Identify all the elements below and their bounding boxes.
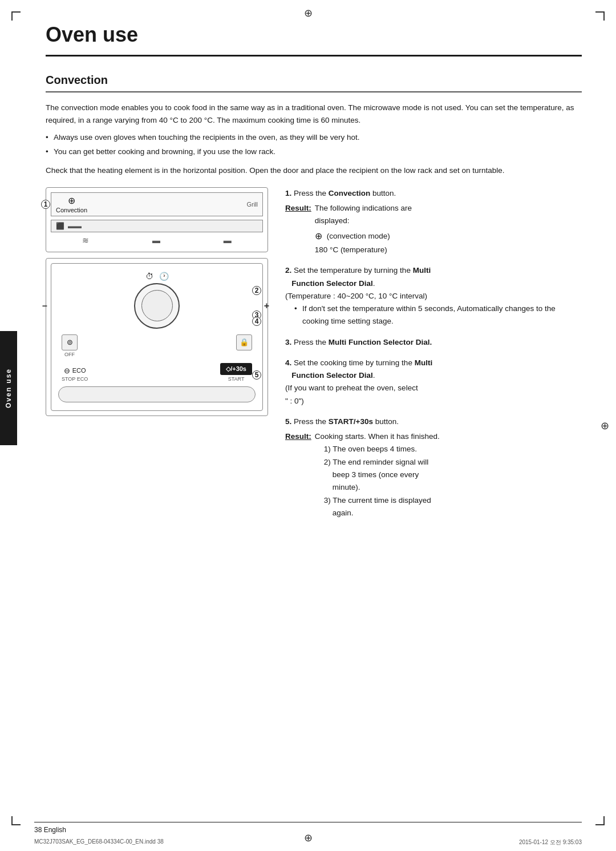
- mfsd-bold-3: Multi Function Selector Dial.: [329, 338, 432, 346]
- start-label: START: [228, 376, 245, 382]
- convection-display: ⊕ Convection: [56, 195, 87, 213]
- reg-mark-top: ⊕: [304, 7, 313, 19]
- preheat-text-2: " : 0"): [285, 397, 304, 405]
- corner-mark-bl: [11, 816, 21, 825]
- intro-paragraph: The convection mode enables you to cook …: [46, 102, 582, 127]
- side-tab: Oven use: [0, 331, 17, 445]
- result-5-label: Result:: [285, 430, 311, 519]
- page-content: Oven use Convection The convection mode …: [34, 23, 582, 527]
- section-heading: Convection: [46, 74, 582, 89]
- icon-2: ▬: [152, 236, 160, 245]
- numbered-item-2: 2) The end reminder signal will beep 3 t…: [324, 456, 440, 494]
- convection-mode-icon: ⊕: [315, 229, 322, 244]
- numbered-item-3: 3) The current time is displayed again.: [324, 494, 440, 520]
- corner-mark-tl: [11, 11, 21, 21]
- bullet-1: Always use oven gloves when touching the…: [46, 131, 582, 144]
- grill-label: Grill: [246, 201, 258, 208]
- dial-plus-icon: +: [264, 301, 269, 311]
- diagram-column: 1 ⊕ Convection Grill ⬛ ▬▬ ≋ ▬ ▬: [46, 187, 268, 527]
- stop-eco-group: ⊖ ECO STOP ECO: [62, 366, 88, 382]
- bottom-icons: ≋ ▬ ▬: [51, 236, 263, 245]
- corner-mark-br: [595, 816, 605, 825]
- start-button[interactable]: ◇/+30s: [220, 363, 252, 375]
- check-text: Check that the heating element is in the…: [46, 164, 582, 177]
- step-4-num: 4.: [285, 358, 291, 367]
- instruction-step-5: 5. Press the START/+30s button. Result: …: [285, 416, 582, 519]
- eco-icon: ECO: [72, 367, 86, 374]
- two-column-layout: 1 ⊕ Convection Grill ⬛ ▬▬ ≋ ▬ ▬: [46, 187, 582, 527]
- control-panel: ⏱ 🕐 – + 2 3 4: [51, 263, 263, 411]
- result-1: Result: The following indications aredis…: [285, 202, 582, 256]
- result-5-content: Cooking starts. When it has finished. 1)…: [315, 430, 440, 519]
- control-panel-outer: ⏱ 🕐 – + 2 3 4: [46, 258, 268, 416]
- icon-3: ▬: [224, 236, 232, 245]
- preheat-text-1: (If you want to preheat the oven, select: [285, 384, 418, 392]
- numbered-item-1: 1) The oven beeps 4 times.: [324, 443, 440, 455]
- side-buttons-row: ⊚ OFF 🔒: [58, 334, 256, 357]
- time-icon: ⬛: [56, 222, 64, 230]
- multi-function-dial[interactable]: [134, 283, 180, 329]
- page-title: Oven use: [46, 23, 582, 50]
- lock-icon: 🔒: [240, 338, 249, 346]
- dial-top-icons: ⏱ 🕐: [58, 272, 256, 281]
- instruction-step-2: 2. Set the temperature by turning the Mu…: [285, 264, 582, 328]
- step-2-num: 2.: [285, 266, 291, 275]
- section-divider: [46, 91, 582, 92]
- left-button-group: ⊚ OFF: [62, 334, 78, 357]
- footer: 38 English: [34, 822, 582, 834]
- power-button[interactable]: ⊚: [62, 334, 78, 350]
- mfsd-bold-4: Multi Function Selector Dial: [285, 358, 432, 380]
- grill-icon-row: ▬▬: [68, 222, 82, 230]
- footer-metadata: MC32J703SAK_EG_DE68-04334C-00_EN.indd 38…: [34, 838, 582, 846]
- stop-eco-label: STOP ECO: [62, 376, 88, 382]
- step-3-num: 3.: [285, 338, 291, 346]
- convection-label: Convection: [56, 207, 87, 213]
- instructions-column: 1. Press the Convection button. Result: …: [285, 187, 582, 527]
- lock-button[interactable]: 🔒: [236, 334, 252, 350]
- bullet-2: You can get better cooking and browning,…: [46, 146, 582, 158]
- step-badge-1: 1: [41, 200, 50, 209]
- mfsd-bold-2: Multi Function Selector Dial: [285, 266, 431, 287]
- step-5-num: 5.: [285, 417, 291, 426]
- footer-content: 38 English: [34, 826, 582, 834]
- result-1-text: The following indications aredisplayed: …: [315, 202, 412, 256]
- dial-minus-icon: –: [42, 301, 47, 311]
- convection-bold: Convection: [329, 189, 371, 197]
- step-2-bullet: If don't set the temperature within 5 se…: [294, 303, 582, 328]
- start-button-group: ◇/+30s START: [220, 363, 252, 382]
- display-panel-outer: 1 ⊕ Convection Grill ⬛ ▬▬ ≋ ▬ ▬: [46, 187, 268, 252]
- side-tab-label: Oven use: [5, 368, 13, 408]
- step-badge-5: 5: [252, 370, 261, 380]
- result-5: Result: Cooking starts. When it has fini…: [285, 430, 582, 519]
- step-badge-4: 4: [252, 317, 261, 326]
- result-5-text: Cooking starts. When it has finished.: [315, 432, 440, 441]
- off-label: OFF: [64, 352, 75, 357]
- temp-range-text: (Temperature : 40~200 °C, 10 °C interval…: [285, 292, 427, 300]
- bottom-bar-button[interactable]: [58, 386, 256, 402]
- clock-icon: 🕐: [159, 272, 169, 281]
- time-display: ⬛ ▬▬: [51, 220, 263, 232]
- temp-text: 180 °C (temperature): [315, 245, 387, 254]
- start-bold: START/+30s: [329, 417, 373, 426]
- dial-area: – + 2 3 4: [58, 283, 256, 329]
- stop-icon: ⊖: [64, 366, 70, 375]
- icon-1: ≋: [82, 236, 89, 245]
- right-button-group: 🔒: [236, 334, 252, 357]
- result-1-label: Result:: [285, 202, 311, 256]
- footer-date: 2015-01-12 오전 9:35:03: [519, 838, 582, 846]
- power-icon: ⊚: [67, 338, 73, 346]
- timer-icon: ⏱: [145, 272, 153, 281]
- stop-icons: ⊖ ECO: [64, 366, 86, 375]
- instruction-step-1: 1. Press the Convection button. Result: …: [285, 187, 582, 256]
- reg-mark-right: ⊕: [601, 420, 609, 432]
- numbered-list: 1) The oven beeps 4 times. 2) The end re…: [324, 443, 440, 519]
- title-divider: [46, 55, 582, 57]
- bottom-buttons-row: ⊖ ECO STOP ECO ◇/+30s START 5: [58, 363, 256, 382]
- instruction-step-4: 4. Set the cooking time by turning the M…: [285, 357, 582, 408]
- convection-icon: ⊕: [68, 195, 75, 206]
- footer-page-num: 38 English: [34, 826, 66, 834]
- footer-line: [34, 822, 582, 823]
- step-1-num: 1.: [285, 189, 291, 197]
- step-badge-2: 2: [252, 286, 261, 295]
- convection-mode-text: (convection mode): [327, 230, 390, 243]
